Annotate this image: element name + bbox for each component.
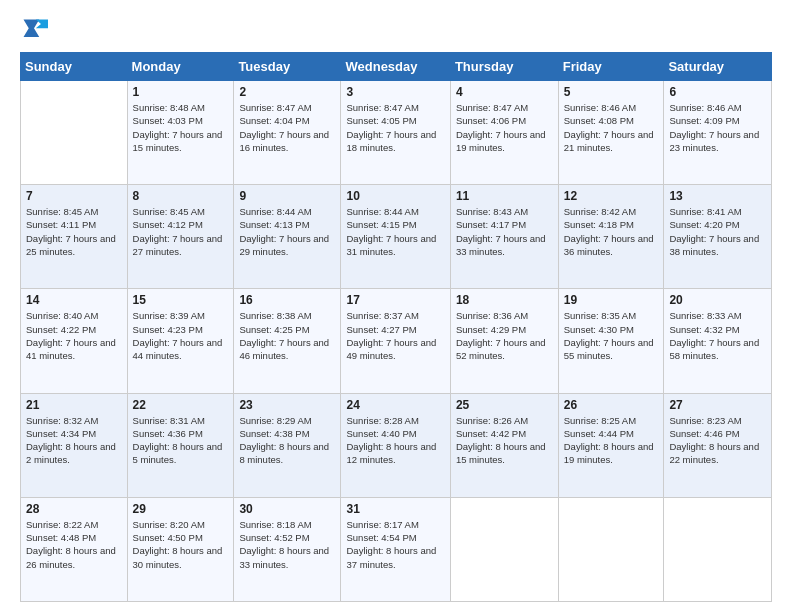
day-number: 9 (239, 189, 335, 203)
calendar-day-cell: 11Sunrise: 8:43 AMSunset: 4:17 PMDayligh… (450, 185, 558, 289)
day-info: Sunrise: 8:41 AMSunset: 4:20 PMDaylight:… (669, 205, 766, 258)
day-number: 5 (564, 85, 659, 99)
day-number: 28 (26, 502, 122, 516)
calendar-day-cell: 29Sunrise: 8:20 AMSunset: 4:50 PMDayligh… (127, 497, 234, 601)
day-info: Sunrise: 8:45 AMSunset: 4:12 PMDaylight:… (133, 205, 229, 258)
header (20, 16, 772, 44)
day-number: 31 (346, 502, 444, 516)
calendar-day-cell: 28Sunrise: 8:22 AMSunset: 4:48 PMDayligh… (21, 497, 128, 601)
calendar-day-cell: 15Sunrise: 8:39 AMSunset: 4:23 PMDayligh… (127, 289, 234, 393)
calendar-day-cell: 30Sunrise: 8:18 AMSunset: 4:52 PMDayligh… (234, 497, 341, 601)
day-number: 25 (456, 398, 553, 412)
day-info: Sunrise: 8:46 AMSunset: 4:09 PMDaylight:… (669, 101, 766, 154)
day-number: 30 (239, 502, 335, 516)
day-number: 29 (133, 502, 229, 516)
logo-icon (20, 16, 48, 44)
day-info: Sunrise: 8:33 AMSunset: 4:32 PMDaylight:… (669, 309, 766, 362)
calendar-week-row: 21Sunrise: 8:32 AMSunset: 4:34 PMDayligh… (21, 393, 772, 497)
day-number: 15 (133, 293, 229, 307)
day-number: 3 (346, 85, 444, 99)
calendar-day-cell: 27Sunrise: 8:23 AMSunset: 4:46 PMDayligh… (664, 393, 772, 497)
calendar-day-cell: 2Sunrise: 8:47 AMSunset: 4:04 PMDaylight… (234, 81, 341, 185)
calendar-week-row: 28Sunrise: 8:22 AMSunset: 4:48 PMDayligh… (21, 497, 772, 601)
day-number: 19 (564, 293, 659, 307)
day-number: 7 (26, 189, 122, 203)
calendar-table: SundayMondayTuesdayWednesdayThursdayFrid… (20, 52, 772, 602)
day-number: 4 (456, 85, 553, 99)
calendar-day-cell: 6Sunrise: 8:46 AMSunset: 4:09 PMDaylight… (664, 81, 772, 185)
calendar-day-cell: 19Sunrise: 8:35 AMSunset: 4:30 PMDayligh… (558, 289, 664, 393)
day-info: Sunrise: 8:31 AMSunset: 4:36 PMDaylight:… (133, 414, 229, 467)
day-info: Sunrise: 8:38 AMSunset: 4:25 PMDaylight:… (239, 309, 335, 362)
calendar-day-cell: 22Sunrise: 8:31 AMSunset: 4:36 PMDayligh… (127, 393, 234, 497)
calendar-day-cell: 24Sunrise: 8:28 AMSunset: 4:40 PMDayligh… (341, 393, 450, 497)
calendar-week-row: 1Sunrise: 8:48 AMSunset: 4:03 PMDaylight… (21, 81, 772, 185)
calendar-day-cell: 1Sunrise: 8:48 AMSunset: 4:03 PMDaylight… (127, 81, 234, 185)
weekday-header: Friday (558, 53, 664, 81)
day-number: 10 (346, 189, 444, 203)
day-number: 8 (133, 189, 229, 203)
day-info: Sunrise: 8:36 AMSunset: 4:29 PMDaylight:… (456, 309, 553, 362)
calendar-day-cell: 23Sunrise: 8:29 AMSunset: 4:38 PMDayligh… (234, 393, 341, 497)
day-info: Sunrise: 8:47 AMSunset: 4:04 PMDaylight:… (239, 101, 335, 154)
day-info: Sunrise: 8:39 AMSunset: 4:23 PMDaylight:… (133, 309, 229, 362)
calendar-day-cell: 17Sunrise: 8:37 AMSunset: 4:27 PMDayligh… (341, 289, 450, 393)
day-number: 26 (564, 398, 659, 412)
calendar-day-cell (450, 497, 558, 601)
calendar-week-row: 14Sunrise: 8:40 AMSunset: 4:22 PMDayligh… (21, 289, 772, 393)
day-number: 2 (239, 85, 335, 99)
day-info: Sunrise: 8:26 AMSunset: 4:42 PMDaylight:… (456, 414, 553, 467)
day-info: Sunrise: 8:23 AMSunset: 4:46 PMDaylight:… (669, 414, 766, 467)
day-info: Sunrise: 8:35 AMSunset: 4:30 PMDaylight:… (564, 309, 659, 362)
day-number: 18 (456, 293, 553, 307)
day-info: Sunrise: 8:32 AMSunset: 4:34 PMDaylight:… (26, 414, 122, 467)
calendar-day-cell (558, 497, 664, 601)
day-info: Sunrise: 8:44 AMSunset: 4:13 PMDaylight:… (239, 205, 335, 258)
day-info: Sunrise: 8:37 AMSunset: 4:27 PMDaylight:… (346, 309, 444, 362)
day-number: 6 (669, 85, 766, 99)
day-info: Sunrise: 8:18 AMSunset: 4:52 PMDaylight:… (239, 518, 335, 571)
day-number: 17 (346, 293, 444, 307)
day-info: Sunrise: 8:42 AMSunset: 4:18 PMDaylight:… (564, 205, 659, 258)
day-info: Sunrise: 8:40 AMSunset: 4:22 PMDaylight:… (26, 309, 122, 362)
day-info: Sunrise: 8:20 AMSunset: 4:50 PMDaylight:… (133, 518, 229, 571)
calendar-day-cell: 14Sunrise: 8:40 AMSunset: 4:22 PMDayligh… (21, 289, 128, 393)
logo (20, 16, 52, 44)
calendar-day-cell: 20Sunrise: 8:33 AMSunset: 4:32 PMDayligh… (664, 289, 772, 393)
day-info: Sunrise: 8:29 AMSunset: 4:38 PMDaylight:… (239, 414, 335, 467)
day-info: Sunrise: 8:43 AMSunset: 4:17 PMDaylight:… (456, 205, 553, 258)
day-number: 12 (564, 189, 659, 203)
calendar-day-cell: 7Sunrise: 8:45 AMSunset: 4:11 PMDaylight… (21, 185, 128, 289)
day-number: 13 (669, 189, 766, 203)
day-number: 24 (346, 398, 444, 412)
weekday-header: Wednesday (341, 53, 450, 81)
day-info: Sunrise: 8:45 AMSunset: 4:11 PMDaylight:… (26, 205, 122, 258)
calendar-day-cell: 12Sunrise: 8:42 AMSunset: 4:18 PMDayligh… (558, 185, 664, 289)
day-number: 27 (669, 398, 766, 412)
calendar-page: SundayMondayTuesdayWednesdayThursdayFrid… (0, 0, 792, 612)
calendar-day-cell: 16Sunrise: 8:38 AMSunset: 4:25 PMDayligh… (234, 289, 341, 393)
day-info: Sunrise: 8:28 AMSunset: 4:40 PMDaylight:… (346, 414, 444, 467)
day-number: 11 (456, 189, 553, 203)
day-number: 1 (133, 85, 229, 99)
svg-marker-2 (36, 20, 48, 29)
day-info: Sunrise: 8:22 AMSunset: 4:48 PMDaylight:… (26, 518, 122, 571)
day-info: Sunrise: 8:46 AMSunset: 4:08 PMDaylight:… (564, 101, 659, 154)
calendar-day-cell: 18Sunrise: 8:36 AMSunset: 4:29 PMDayligh… (450, 289, 558, 393)
day-number: 16 (239, 293, 335, 307)
calendar-week-row: 7Sunrise: 8:45 AMSunset: 4:11 PMDaylight… (21, 185, 772, 289)
day-number: 21 (26, 398, 122, 412)
calendar-day-cell: 25Sunrise: 8:26 AMSunset: 4:42 PMDayligh… (450, 393, 558, 497)
weekday-header: Sunday (21, 53, 128, 81)
calendar-day-cell (21, 81, 128, 185)
calendar-day-cell (664, 497, 772, 601)
day-info: Sunrise: 8:17 AMSunset: 4:54 PMDaylight:… (346, 518, 444, 571)
day-number: 22 (133, 398, 229, 412)
weekday-header: Tuesday (234, 53, 341, 81)
calendar-day-cell: 26Sunrise: 8:25 AMSunset: 4:44 PMDayligh… (558, 393, 664, 497)
calendar-day-cell: 31Sunrise: 8:17 AMSunset: 4:54 PMDayligh… (341, 497, 450, 601)
calendar-day-cell: 4Sunrise: 8:47 AMSunset: 4:06 PMDaylight… (450, 81, 558, 185)
calendar-day-cell: 9Sunrise: 8:44 AMSunset: 4:13 PMDaylight… (234, 185, 341, 289)
calendar-day-cell: 10Sunrise: 8:44 AMSunset: 4:15 PMDayligh… (341, 185, 450, 289)
weekday-header: Thursday (450, 53, 558, 81)
